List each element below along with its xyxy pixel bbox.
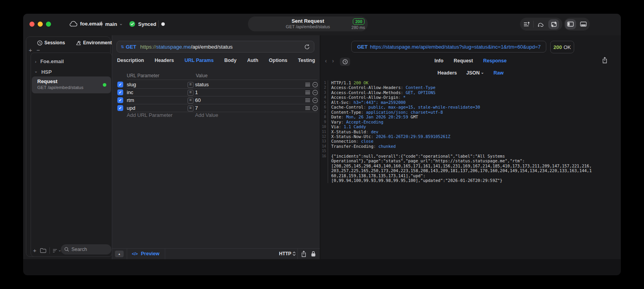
- add-session-button[interactable]: +: [29, 47, 32, 53]
- protocol-selector[interactable]: HTTP: [279, 251, 296, 256]
- request-tab-url-params[interactable]: URL Params: [184, 58, 213, 63]
- close-window-button[interactable]: [29, 22, 35, 27]
- code-line: 8Date: Mon, 26 Jan 2026 20:29:59 GMT: [320, 115, 621, 119]
- import-export-button[interactable]: [547, 18, 560, 31]
- drag-handle[interactable]: [305, 82, 310, 87]
- equals-icon: =: [188, 105, 193, 111]
- request-url[interactable]: https://statuspage.me/api/embed/status: [140, 44, 233, 50]
- add-url-parameter[interactable]: Add URL Parameter: [127, 112, 173, 118]
- param-name[interactable]: rtm: [127, 97, 134, 103]
- tree-item-foe-email[interactable]: › Foe.email: [35, 58, 64, 64]
- param-row-inc[interactable]: ✓inc=1: [112, 89, 320, 96]
- response-subtab-raw[interactable]: Raw: [493, 70, 504, 76]
- code-line: 6Cache-Control: public, max-age=15, stal…: [320, 105, 621, 109]
- request-duration: 280 ms: [352, 25, 365, 30]
- project-menu[interactable]: foe.email: [69, 21, 102, 27]
- new-request-button[interactable]: +: [33, 247, 36, 254]
- response-tab-info[interactable]: Info: [434, 58, 443, 64]
- request-list-button[interactable]: [520, 18, 533, 31]
- response-tab-response[interactable]: Response: [483, 58, 507, 64]
- tab-environments[interactable]: Environments: [76, 40, 115, 45]
- remove-row-button[interactable]: [312, 90, 318, 95]
- param-checkbox[interactable]: ✓: [117, 105, 123, 111]
- response-tab-request[interactable]: Request: [454, 58, 473, 64]
- drag-handle[interactable]: [305, 98, 310, 102]
- param-value[interactable]: 1: [195, 89, 198, 95]
- code-line: 15: [320, 149, 621, 153]
- response-subtab-json[interactable]: JSON ⌄: [466, 70, 484, 76]
- line-number: 8: [320, 115, 328, 119]
- response-subtab-headers[interactable]: Headers: [438, 70, 457, 76]
- titlebar-separator: [158, 20, 159, 27]
- chevron-down-icon: ⌄: [480, 70, 484, 75]
- param-value[interactable]: 7: [195, 105, 198, 111]
- sync-loop-button[interactable]: [534, 18, 547, 31]
- branch-selector[interactable]: main ⌄: [100, 21, 123, 27]
- param-name[interactable]: upd: [127, 105, 135, 111]
- minimize-window-button[interactable]: [38, 22, 43, 27]
- share-button[interactable]: [301, 251, 306, 257]
- request-tab-body[interactable]: Body: [224, 58, 236, 63]
- response-body: 1HTTP/1.1 200 OK2Access-Control-Allow-He…: [320, 80, 621, 183]
- param-checkbox[interactable]: ✓: [117, 89, 123, 95]
- refresh-button[interactable]: [304, 44, 310, 50]
- response-method: GET: [357, 44, 368, 50]
- param-row-upd[interactable]: ✓upd=7: [112, 104, 320, 112]
- titlebar: foe.email main ⌄ Synced Sent Request GET…: [23, 14, 621, 35]
- response-share-button[interactable]: [602, 57, 608, 64]
- folder-plus-icon: [40, 248, 47, 253]
- code-line: 10Via: 1.1 Caddy: [320, 124, 621, 129]
- response-request-line[interactable]: GET https://statuspage.me/api/embed/stat…: [351, 41, 546, 53]
- tab-sessions[interactable]: Sessions: [37, 40, 65, 45]
- request-tab-description[interactable]: Description: [117, 58, 144, 63]
- param-value[interactable]: 60: [195, 97, 201, 103]
- new-folder-button[interactable]: [40, 248, 47, 253]
- code-line: 3Access-Control-Allow-Methods: GET, OPTI…: [320, 90, 621, 95]
- remove-row-button[interactable]: [312, 105, 318, 111]
- code-line: 9Vary: Accept-Encoding: [320, 120, 621, 124]
- param-row-rtm[interactable]: ✓rtm=60: [112, 96, 320, 104]
- chevron-down-icon: ⌄: [34, 69, 38, 74]
- request-panel-footer: ▲ </> Preview HTTP: [112, 248, 320, 259]
- request-tab-options[interactable]: Options: [269, 58, 287, 63]
- zoom-window-button[interactable]: [46, 22, 51, 27]
- param-value[interactable]: status: [195, 82, 209, 87]
- param-name[interactable]: inc: [127, 89, 133, 95]
- tree-item-hsp[interactable]: ⌄ HSP: [34, 69, 52, 75]
- success-dot: [103, 83, 106, 87]
- drag-handle[interactable]: [305, 90, 310, 95]
- param-checkbox[interactable]: ✓: [117, 82, 123, 87]
- param-row-slug[interactable]: ✓slug=status: [112, 81, 320, 89]
- method-selector-icon[interactable]: ⇅: [121, 45, 124, 49]
- list-export-icon: [524, 21, 530, 27]
- param-checkbox[interactable]: ✓: [117, 97, 123, 103]
- drag-handle-icon: [305, 106, 310, 110]
- remove-row-button[interactable]: [312, 98, 318, 103]
- synced-check-icon: [129, 21, 135, 27]
- sync-status[interactable]: Synced: [129, 21, 156, 27]
- request-list-item-selected[interactable]: Request GET /api/embed/status: [32, 76, 111, 93]
- code-text: X-Status-Now-Utc: 2026-01-26T20:29:59.85…: [328, 134, 450, 139]
- sidebar-footer-separator: [49, 247, 50, 254]
- toggle-bottom-panel-button[interactable]: [577, 18, 590, 31]
- request-url-bar[interactable]: ⇅ GET https://statuspage.me/api/embed/st…: [117, 41, 314, 53]
- search-input[interactable]: Search: [61, 244, 111, 254]
- preview-button[interactable]: Preview: [141, 251, 159, 256]
- drag-handle[interactable]: [305, 106, 310, 110]
- add-value[interactable]: Add Value: [195, 112, 218, 118]
- sort-filter-button[interactable]: ⌄: [53, 249, 61, 253]
- remove-row-button[interactable]: [312, 82, 318, 87]
- expand-console-button[interactable]: ▲: [115, 251, 124, 257]
- response-status-code: 200: [553, 44, 562, 50]
- request-tab-auth[interactable]: Auth: [247, 58, 258, 63]
- code-line: 1HTTP/1.1 200 OK: [320, 80, 621, 85]
- line-number: 4: [320, 95, 328, 100]
- lock-button[interactable]: [311, 251, 316, 257]
- request-method[interactable]: GET: [126, 44, 136, 50]
- request-tab-headers[interactable]: Headers: [155, 58, 174, 63]
- refresh-icon: [304, 44, 310, 50]
- toggle-sidebar-button[interactable]: [564, 18, 577, 31]
- request-tab-testing[interactable]: Testing: [298, 58, 315, 63]
- sent-request-pill[interactable]: Sent Request GET /api/embed/status 200 2…: [248, 16, 368, 31]
- param-name[interactable]: slug: [127, 82, 136, 87]
